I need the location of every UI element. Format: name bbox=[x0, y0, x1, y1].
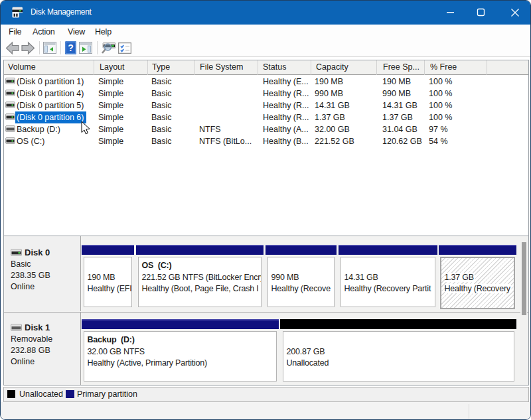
svg-text:?: ? bbox=[68, 42, 74, 53]
